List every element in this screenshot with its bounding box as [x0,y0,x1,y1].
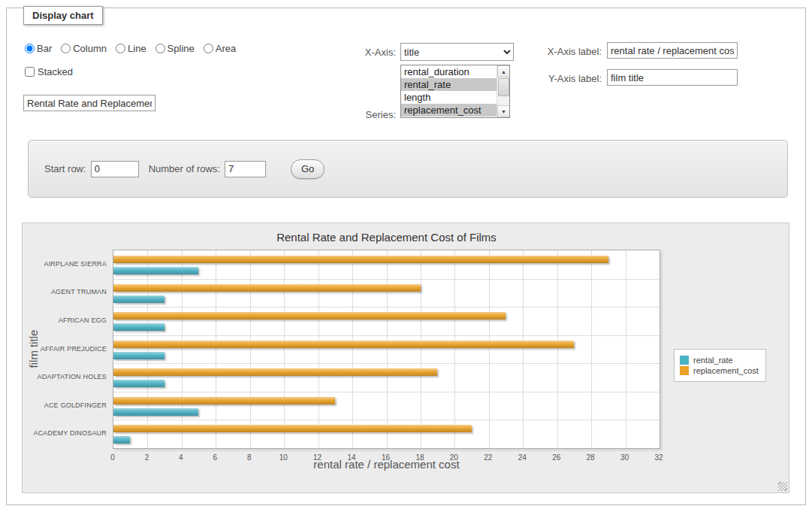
bar-replacement_cost [113,425,472,432]
x-tick-label: 28 [587,453,595,462]
x-tick-label: 26 [552,453,560,462]
gridline-horizontal [113,392,660,392]
series-listbox-options: rental_durationrental_ratelengthreplacem… [401,65,497,117]
gridline-vertical [147,250,148,448]
legend-label: replacement_cost [693,366,759,375]
rows-panel: Start row: Number of rows: Go [28,140,788,198]
gridline-vertical [523,250,524,448]
x-tick-label: 30 [620,453,629,462]
gridline-horizontal [113,420,660,420]
gridline-vertical [557,250,558,448]
bar-rental_rate [113,436,130,444]
plot-area [113,250,660,449]
start-row-input[interactable] [91,161,139,177]
x-tick-label: 6 [213,453,218,462]
gridline-horizontal [113,307,660,308]
xaxis-field-label: X-Axis label: [510,46,602,57]
go-button[interactable]: Go [291,159,324,179]
xaxis-select[interactable]: title [400,43,514,61]
bar-rental_rate [113,323,165,331]
series-listbox-label: Series: [322,109,396,120]
series-option-length[interactable]: length [401,91,497,104]
category-label: AIRPLANE SIERRA [23,260,107,268]
chart-type-spline[interactable]: Spline [155,43,195,54]
chart-type-bar-radio[interactable] [25,44,35,53]
chart-title-input[interactable] [23,95,155,111]
bar-replacement_cost [113,397,335,404]
scroll-up-icon[interactable]: ▲ [497,65,510,77]
gridline-vertical [591,250,592,448]
fieldset-legend: Display chart [23,6,103,25]
x-tick-label: 10 [279,453,288,462]
num-rows-input[interactable] [225,161,266,177]
chart-type-line[interactable]: Line [116,43,146,54]
bar-replacement_cost [113,341,574,348]
bar-rental_rate [113,352,165,359]
x-tick-label: 12 [313,453,321,462]
gridline-horizontal [113,335,660,336]
gridline-vertical [387,250,388,448]
stacked-checkbox[interactable] [25,67,35,77]
series-option-rental_duration[interactable]: rental_duration [401,65,497,78]
chart-type-line-radio[interactable] [116,44,125,53]
legend-swatch [680,366,689,375]
display-chart-fieldset: Display chart Bar Column Line Spline Are… [6,8,806,505]
gridline-vertical [421,250,421,448]
chart-type-bar[interactable]: Bar [25,43,52,54]
chart-type-area-label: Area [216,43,236,54]
chart-type-spline-label: Spline [168,43,195,54]
category-label: AFFAIR PREJUDICE [23,345,107,353]
resize-handle-icon[interactable] [778,482,787,491]
chart-panel: Rental Rate and Replacement Cost of Film… [22,223,789,493]
x-tick-label: 24 [518,453,527,462]
bar-rental_rate [113,295,165,303]
x-tick-label: 4 [179,453,183,462]
scrollbar-thumb[interactable] [498,78,509,96]
legend-item: rental_rate [680,356,759,365]
xaxis-select-label: X-Axis: [322,47,396,58]
category-label: AFRICAN EGG [23,317,107,324]
legend-swatch [680,356,689,365]
gridline-vertical [250,250,251,448]
chart-type-area-radio[interactable] [204,44,213,53]
series-listbox[interactable]: rental_durationrental_ratelengthreplacem… [400,65,510,118]
chart-type-column[interactable]: Column [61,43,107,54]
chart-type-spline-radio[interactable] [155,44,165,53]
chart-type-column-radio[interactable] [61,44,71,53]
gridline-vertical [216,250,216,448]
category-label: AGENT TRUMAN [23,288,107,295]
chart-type-line-label: Line [128,43,146,54]
x-tick-label: 20 [450,453,458,462]
x-tick-label: 14 [348,453,356,462]
chart-legend: rental_ratereplacement_cost [674,349,766,382]
gridline-vertical [626,250,626,448]
chart-type-bar-label: Bar [37,43,52,54]
bar-replacement_cost [113,284,421,292]
bar-rental_rate [113,408,198,416]
x-tick-label: 0 [110,453,115,462]
series-listbox-scrollbar[interactable]: ▲ ▼ [497,65,509,117]
stacked-option[interactable]: Stacked [25,66,73,77]
bar-rental_rate [113,267,198,274]
gridline-vertical [352,250,353,448]
x-tick-label: 32 [654,453,663,462]
legend-label: rental_rate [693,356,733,365]
gridline-horizontal [113,363,660,364]
chart-type-area[interactable]: Area [204,43,236,54]
scroll-down-icon[interactable]: ▼ [497,105,510,117]
gridline-vertical [489,250,490,448]
series-option-rental_rate[interactable]: rental_rate [401,78,497,91]
gridline-vertical [182,250,183,448]
series-option-replacement_cost[interactable]: replacement_cost [401,104,497,117]
gridline-vertical [318,250,319,448]
x-tick-label: 8 [247,453,252,462]
start-row-label: Start row: [44,163,86,174]
category-label: ADAPTATION HOLES [23,373,107,380]
gridline-horizontal [113,279,660,280]
x-tick-label: 18 [415,453,424,462]
xaxis-label-input[interactable] [607,42,738,59]
gridline-vertical [454,250,455,448]
category-label: ACADEMY DINOSAUR [23,429,107,437]
yaxis-label-input[interactable] [607,69,738,86]
x-tick-label: 2 [145,453,149,462]
